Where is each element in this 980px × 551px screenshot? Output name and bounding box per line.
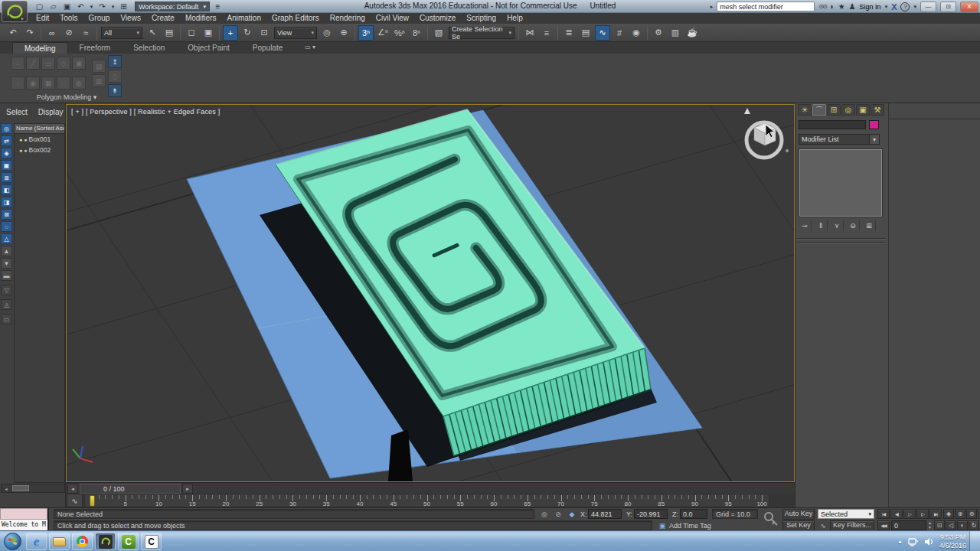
menu-modifiers[interactable]: Modifiers (180, 13, 222, 24)
tray-expand-icon[interactable]: ▲ (897, 539, 903, 544)
explorer-menu-select[interactable]: Select (6, 108, 28, 116)
tab-selection[interactable]: Selection (122, 42, 176, 54)
zoom-region[interactable]: ⊡ (934, 520, 945, 530)
select-and-rotate[interactable]: ↻ (240, 25, 255, 41)
named-selection-dropdown[interactable]: Create Selection Se▾ (449, 27, 514, 39)
show-end-result[interactable]: ‖ (815, 220, 828, 231)
preview-multi[interactable]: ▦ (41, 77, 55, 90)
modifier-stack[interactable] (799, 149, 882, 217)
window-crossing-toggle[interactable]: ▣ (201, 25, 216, 41)
frame-spinner[interactable]: ▲▼ (927, 520, 933, 530)
curve-editor-button[interactable]: ∿ (595, 25, 610, 41)
search-icon[interactable]: ⊙⊙ (818, 3, 825, 10)
mirror-button[interactable]: ⋈ (522, 25, 537, 41)
toggle-scene-explorer[interactable]: ≣ (561, 25, 577, 41)
explorer-menu-display[interactable]: Display (38, 108, 64, 116)
preview-subobject[interactable]: ◉ (26, 77, 40, 90)
list-item[interactable]: ●●Box001 (15, 134, 64, 145)
workspace-menu-icon[interactable]: ≡ (212, 2, 224, 12)
angle-snap-toggle[interactable]: ∠ⁿ (375, 25, 390, 41)
menu-civil-view[interactable]: Civil View (371, 13, 414, 24)
polygon-modeling-caption[interactable]: Polygon Modeling ▾ (11, 93, 122, 101)
close-button[interactable]: × (960, 2, 978, 12)
select-and-move[interactable]: + (223, 25, 238, 41)
explorer-sort-descending[interactable]: ▼ (1, 258, 12, 269)
selection-filter-dropdown[interactable]: All▾ (101, 27, 142, 39)
ribbon-overflow-icon[interactable]: ▭ ▾ (305, 42, 315, 54)
undo-dropdown-icon[interactable]: ▾ (89, 2, 94, 12)
listener-macro-pane[interactable] (0, 508, 47, 520)
visibility-bulb-icon[interactable]: ● (19, 137, 22, 142)
menu-tools[interactable]: Tools (54, 13, 83, 24)
menu-edit[interactable]: Edit (31, 13, 54, 24)
go-to-start[interactable]: |◀ (877, 509, 890, 519)
pan-view[interactable]: ◐ (957, 520, 968, 530)
favorites-star-icon[interactable]: ★ (838, 2, 845, 11)
configure-modifier-sets[interactable]: ⊞ (863, 220, 876, 231)
menu-create[interactable]: Create (146, 13, 180, 24)
next-frame[interactable]: |▷ (916, 509, 929, 519)
explorer-display-geometry[interactable]: ▣ (1, 160, 12, 171)
taskbar-3ds-max[interactable] (95, 533, 116, 550)
explorer-display-spacewarps[interactable]: ◌ (1, 221, 12, 232)
explorer-hscrollbar[interactable]: ◂ (1, 484, 65, 493)
select-and-manipulate[interactable]: ⊕ (336, 25, 351, 41)
isolate-selection-icon[interactable]: ◎ (539, 509, 550, 519)
explorer-display-shapes[interactable]: ≣ (1, 172, 12, 183)
select-by-name[interactable]: ▤ (162, 25, 177, 41)
time-ruler[interactable]: 5101520253035404550556065707580859095100 (84, 494, 769, 507)
render-production[interactable]: ☕ (684, 25, 700, 41)
time-tag-icon[interactable]: ▣ (657, 520, 668, 530)
explorer-filter-config[interactable]: ◬ (1, 299, 12, 310)
menu-scripting[interactable]: Scripting (461, 13, 501, 24)
restore-button[interactable]: ⊡ (940, 2, 956, 12)
zoom-all[interactable]: ⊚ (966, 509, 977, 519)
new-scene-icon[interactable]: ▢ (34, 2, 45, 12)
mode-border[interactable]: ▭ (41, 57, 55, 70)
open-file-icon[interactable]: ▱ (47, 2, 59, 12)
menu-rendering[interactable]: Rendering (325, 13, 371, 24)
toggle-layer-explorer[interactable]: ▤ (578, 25, 593, 41)
snaps-toggle[interactable]: 3ⁿ (358, 25, 374, 41)
modifier-list-dropdown[interactable]: Modifier List ▼ (799, 134, 880, 145)
key-filters-button[interactable]: Key Filters... (830, 520, 874, 531)
listener-text[interactable]: Welcome to M (0, 520, 47, 531)
explorer-pick[interactable]: ◈ (1, 148, 12, 158)
speaker-icon[interactable] (924, 537, 934, 546)
menu-graph-editors[interactable]: Graph Editors (266, 13, 325, 24)
mode-vertex[interactable]: ∴ (11, 57, 24, 70)
edit-named-selection-sets[interactable]: ▧ (431, 25, 446, 41)
explorer-sort-custom[interactable]: ▬ (1, 270, 12, 281)
object-name-field[interactable] (799, 120, 866, 129)
explorer-display-cameras[interactable]: ◨ (1, 197, 12, 207)
rectangular-selection-region[interactable]: ◻ (184, 25, 199, 41)
mode-element[interactable]: ▣ (72, 57, 86, 70)
viewcube[interactable] (744, 108, 789, 158)
current-frame-field[interactable]: 0 (891, 520, 926, 530)
go-to-end[interactable]: ▶| (929, 509, 942, 519)
explorer-display-helpers[interactable]: ⊠ (1, 209, 12, 220)
redo-button[interactable]: ↷ (22, 25, 38, 41)
select-and-link[interactable]: ∞ (44, 25, 60, 41)
mini-curve-editor-button[interactable]: ∿ (67, 494, 83, 507)
taskbar-camtasia[interactable]: C (118, 533, 139, 550)
tab-freeform[interactable]: Freeform (68, 42, 122, 54)
communication-center-icon[interactable]: ◗ (830, 2, 835, 11)
make-unique[interactable]: ⋎ (831, 220, 844, 231)
use-pivot-point-center[interactable]: ◎ (319, 25, 335, 41)
menu-views[interactable]: Views (115, 13, 146, 24)
play-animation[interactable]: ▷ (903, 509, 916, 519)
undo-button[interactable]: ↶ (5, 25, 21, 41)
redo-icon[interactable]: ↷ (96, 2, 108, 12)
z-coordinate-field[interactable]: 0.0 (680, 509, 707, 519)
select-and-scale[interactable]: ⊡ (256, 25, 272, 41)
object-color-swatch[interactable] (869, 120, 879, 129)
search-input[interactable] (717, 2, 815, 11)
mode-polygon[interactable]: ◇ (57, 57, 70, 70)
pin-stack-ribbon[interactable]: ▥ (92, 74, 106, 87)
scroll-left-icon[interactable]: ◂ (2, 484, 11, 492)
time-slider-handle[interactable] (90, 495, 95, 507)
pin-stack[interactable]: ⊸ (799, 220, 812, 231)
menu-customize[interactable]: Customize (414, 13, 461, 24)
chevron-down-icon[interactable]: ▾ (885, 4, 888, 10)
